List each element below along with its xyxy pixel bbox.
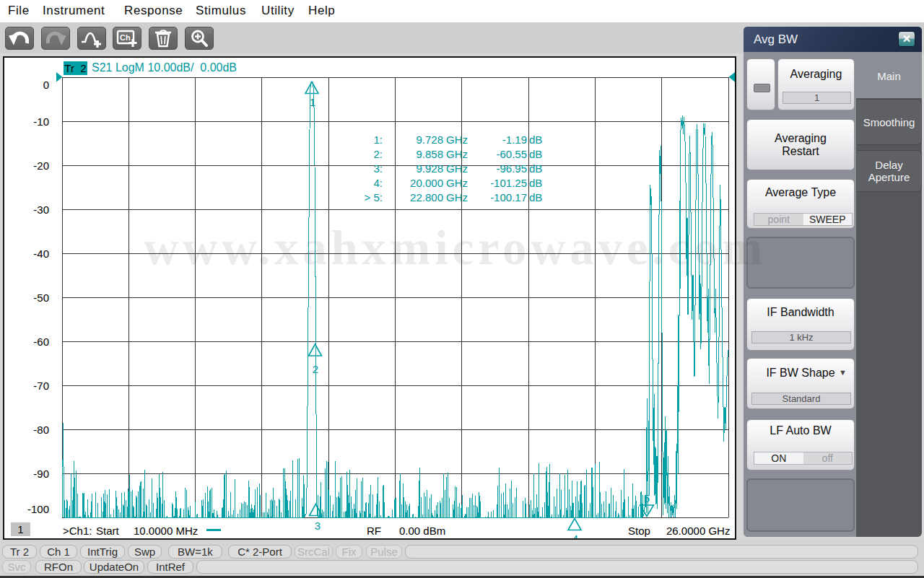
- svg-text:5: 5: [644, 492, 650, 504]
- svg-text:2: 2: [313, 363, 318, 375]
- svg-text:1: 1: [310, 96, 315, 108]
- svg-text:4: 4: [572, 533, 578, 545]
- svg-text:3: 3: [315, 520, 321, 532]
